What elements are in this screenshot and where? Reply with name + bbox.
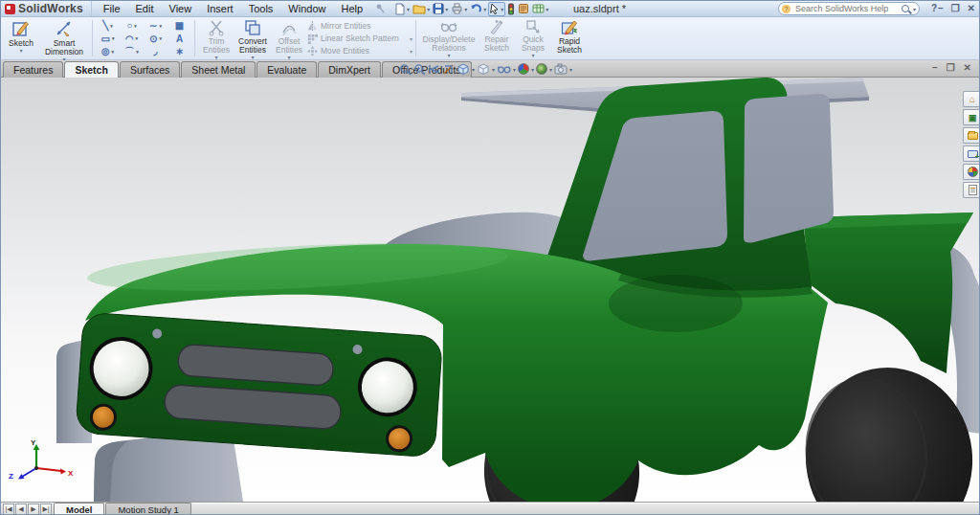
scroll-next-button[interactable]: ▶ [28,504,39,515]
tab-sketch[interactable]: Sketch [64,61,118,78]
scroll-prev-button[interactable]: ◀ [15,504,27,515]
pattern-tool-icon[interactable]: ▦ [167,19,191,33]
app-brand: SolidWorks [1,1,92,16]
save-button[interactable]: ▾ [432,2,449,16]
triad-z-label: Z [9,472,13,481]
minimize-button[interactable]: – [938,3,944,13]
circle-tool-icon[interactable]: ○▾ [120,19,144,33]
view-settings-button[interactable]: ▾ [554,63,572,75]
menu-bar: File Edit View Insert Tools Window Help [96,2,370,15]
menu-pin-icon[interactable] [374,3,386,14]
tab-dimxpert[interactable]: DimXpert [318,61,381,78]
linear-pattern-icon [307,34,318,44]
convert-entities-icon [244,19,261,36]
offset-entities-button[interactable]: Offset Entities▾ [271,18,307,58]
zoom-to-area-button[interactable] [413,63,426,76]
help-search-box[interactable]: ? ▾ [778,2,920,15]
menu-file[interactable]: File [96,2,128,15]
tab-surfaces[interactable]: Surfaces [120,61,180,78]
text-tool-icon[interactable]: A [167,32,191,45]
file-explorer-button[interactable] [963,127,980,144]
display-style-button[interactable]: ▾ [477,63,495,76]
custom-properties-button[interactable] [963,182,980,198]
perimeter-circle-tool-icon[interactable]: ◎▾ [96,45,120,58]
restore-button[interactable]: ❐ [951,3,960,13]
app-name: SolidWorks [18,2,83,15]
repair-sketch-icon [489,19,504,34]
graphics-area[interactable]: Y X Z ⌂ ▣ [1,78,980,502]
tab-evaluate[interactable]: Evaluate [256,61,317,78]
point-tool-icon[interactable]: ∗ [167,45,191,58]
document-close-button[interactable]: ✕ [964,62,971,73]
menu-help[interactable]: Help [333,2,370,15]
scroll-first-button[interactable]: |◀ [3,504,14,515]
tab-model[interactable]: Model [54,503,104,515]
close-button[interactable]: ✕ [968,3,975,13]
solidworks-window: SolidWorks File Edit View Insert Tools W… [0,0,980,515]
tab-motion-study[interactable]: Motion Study 1 [105,503,190,515]
repair-sketch-button[interactable]: Repair Sketch [479,18,515,58]
convert-entities-button[interactable]: Convert Entities▾ [234,18,271,58]
new-document-button[interactable]: ▾ [393,2,411,16]
line-tool-icon[interactable]: ╲▾ [96,19,120,33]
quick-snaps-icon [525,19,541,34]
search-dropdown-icon[interactable]: ▾ [913,6,916,12]
smart-dimension-button[interactable]: Smart Dimension▾ [39,18,89,58]
document-minimize-button[interactable]: – [932,62,938,73]
previous-view-button[interactable] [428,63,440,76]
apply-scene-button[interactable]: ▾ [536,63,552,75]
menu-window[interactable]: Window [280,2,333,15]
mirror-entities-icon [307,21,318,32]
tab-features[interactable]: Features [3,61,63,78]
pattern-tools-group: Mirror Entities Linear Sketch Pattern▾ M… [307,18,412,58]
quick-snaps-button[interactable]: Quick Snaps▾ [515,18,551,58]
arc-tool-icon[interactable]: ◠▾ [120,32,144,45]
section-view-button[interactable] [442,63,455,76]
quick-access-toolbar: ▾ ▾ ▾ ▾ ▾ ▾ ▾ [393,2,549,16]
menu-insert[interactable]: Insert [199,2,241,15]
tab-sheet-metal[interactable]: Sheet Metal [181,61,256,78]
search-input[interactable] [793,3,899,14]
open-button[interactable]: ▾ [412,2,431,16]
title-bar: SolidWorks File Edit View Insert Tools W… [1,1,979,17]
edit-appearance-button[interactable]: ▾ [518,63,534,75]
view-palette-button[interactable] [963,146,980,162]
bottom-bar: |◀ ◀ ▶ ▶| Model Motion Study 1 [1,502,979,515]
tab-scroll-buttons: |◀ ◀ ▶ ▶| [1,503,54,515]
spline-tool-icon[interactable]: ∼▾ [144,19,167,33]
options-button[interactable]: ▾ [531,2,549,16]
zoom-to-fit-button[interactable] [399,63,412,76]
linear-sketch-pattern-button[interactable]: Linear Sketch Pattern▾ [307,33,412,44]
move-entities-button[interactable]: Move Entities▾ [307,45,412,56]
rebuild-button[interactable] [506,2,516,16]
print-button[interactable]: ▾ [450,2,468,16]
trim-entities-button[interactable]: Trim Entities▾ [198,18,234,58]
select-button[interactable]: ▾ [488,2,505,16]
undo-button[interactable]: ▾ [469,2,487,16]
search-icon[interactable] [902,5,909,12]
ellipse-tool-icon[interactable]: ⊙▾ [144,32,167,45]
appearances-scenes-button[interactable] [963,164,980,180]
centerpoint-arc-tool-icon[interactable]: ⌒▾ [120,45,144,58]
view-orientation-button[interactable]: ▾ [457,63,475,76]
help-menu-button[interactable]: ? [931,3,937,13]
scroll-last-button[interactable]: ▶| [40,504,52,515]
design-library-icon: ▣ [969,113,977,123]
hide-show-items-button[interactable]: ▾ [497,63,516,76]
display-delete-relations-button[interactable]: Display/Delete Relations▾ [419,18,479,58]
menu-edit[interactable]: Edit [128,2,162,15]
rectangle-tool-icon[interactable]: ▭▾ [96,32,120,45]
rapid-sketch-button[interactable]: Rapid Sketch [551,18,588,58]
design-library-button[interactable]: ▣ [963,109,980,125]
mirror-entities-button[interactable]: Mirror Entities [307,20,412,32]
menu-view[interactable]: View [162,2,200,15]
solidworks-resources-button[interactable]: ⌂ [963,91,980,107]
sketch-button[interactable]: Sketch▾ [3,18,39,58]
front-fascia [76,312,443,458]
document-restore-button[interactable]: ❐ [947,62,955,73]
fillet-tool-icon[interactable]: ◞ [144,45,167,58]
move-entities-icon [307,46,318,56]
model-viewport-canvas[interactable]: Y X Z [1,78,980,502]
file-properties-button[interactable] [517,2,530,16]
menu-tools[interactable]: Tools [241,2,281,15]
